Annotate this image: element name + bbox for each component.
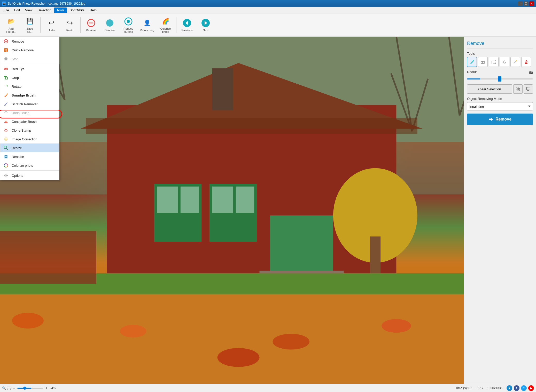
tools-dropdown-menu: Remove Q Quick Remove Stop Red Eye: [0, 37, 59, 180]
toolbar-previous[interactable]: Previous: [178, 15, 196, 35]
svg-rect-93: [517, 88, 520, 91]
svg-point-49: [4, 57, 7, 60]
clear-selection-button[interactable]: Clear Selection: [467, 84, 512, 94]
tool-eraser[interactable]: [478, 57, 488, 67]
menu-item-red-eye[interactable]: Red Eye: [0, 65, 59, 73]
toolbar-reduce-blurring-label: Reduceblurring: [123, 27, 133, 33]
tool-rect-select[interactable]: [489, 57, 499, 67]
right-panel: Remove Tools: [464, 37, 536, 384]
svg-point-51: [5, 68, 7, 70]
menu-item-stop: Stop: [0, 54, 59, 63]
toolbar-next[interactable]: Next: [197, 15, 215, 35]
toolbar-redo[interactable]: ↪ Redo: [61, 15, 79, 35]
object-removing-mode-section: Object Removing Mode Inpainting Smart Fi…: [467, 97, 533, 110]
menu-item-quick-remove[interactable]: Q Quick Remove: [0, 46, 59, 54]
menu-item-clone-stamp[interactable]: Clone Stamp: [0, 126, 59, 135]
close-button[interactable]: ✕: [529, 1, 534, 6]
toolbar-remove-label: Remove: [86, 29, 97, 32]
photo-canvas: [0, 37, 464, 384]
zoom-plus[interactable]: +: [44, 386, 49, 390]
object-removing-mode-dropdown[interactable]: Inpainting Smart Fill Content Aware: [467, 102, 533, 110]
toolbar-retouching[interactable]: 👤 Retouching: [138, 15, 156, 35]
concealer-brush-icon: [3, 119, 9, 124]
menu-item-options[interactable]: Options: [0, 171, 59, 180]
info-icon[interactable]: ℹ: [507, 385, 512, 391]
tools-row: [467, 57, 533, 67]
toolbar-add-files-label: AddFile(s)...: [6, 27, 16, 33]
toolbar-save-as-label: Saveas...: [26, 27, 33, 33]
youtube-icon[interactable]: ▶: [528, 385, 534, 391]
svg-point-63: [5, 139, 6, 140]
svg-point-4: [127, 20, 130, 23]
svg-rect-30: [236, 187, 254, 213]
radius-slider[interactable]: [467, 78, 533, 79]
image-correction-icon: [3, 137, 9, 142]
menu-edit[interactable]: Edit: [12, 7, 22, 13]
menu-undo-brush-label: Undo Brush: [12, 111, 29, 115]
menu-softorbits[interactable]: SoftOrbits: [67, 7, 87, 13]
maximize-button[interactable]: ❐: [524, 1, 528, 6]
toolbar-undo[interactable]: ↩ Undo: [42, 15, 60, 35]
toolbar-previous-label: Previous: [182, 29, 193, 32]
menu-item-scratch-remover[interactable]: Scratch Remover: [0, 100, 59, 108]
stop-icon: [3, 56, 9, 61]
zoom-percent: 54%: [50, 386, 56, 390]
remove-button-label: Remove: [495, 117, 511, 122]
toolbar-sep-2: [80, 17, 81, 33]
tool-stamp[interactable]: [521, 57, 531, 67]
menu-tools[interactable]: Tools: [54, 7, 67, 13]
radius-label: Radius: [467, 70, 477, 74]
svg-rect-39: [0, 231, 96, 284]
menu-item-concealer-brush[interactable]: Concealer Brush: [0, 117, 59, 126]
menu-file[interactable]: File: [1, 7, 12, 13]
svg-rect-54: [5, 77, 7, 79]
menu-item-smudge-brush[interactable]: Smudge Brush: [0, 91, 59, 100]
tool-wand[interactable]: [510, 57, 520, 67]
tool-brush[interactable]: [467, 57, 477, 67]
twitter-icon[interactable]: t: [521, 385, 527, 391]
toolbar-sep-1: [40, 17, 41, 33]
menu-item-rotate[interactable]: Rotate: [0, 82, 59, 91]
view-icon: ⬚: [7, 386, 11, 390]
next-icon: [201, 18, 210, 28]
menu-options-label: Options: [12, 174, 23, 178]
menu-help[interactable]: Help: [87, 7, 99, 13]
selection-icon-btn-2[interactable]: [524, 84, 533, 94]
menu-item-crop[interactable]: Crop: [0, 73, 59, 82]
facebook-icon[interactable]: f: [514, 385, 519, 391]
app-icon: 📷: [2, 2, 6, 6]
clone-stamp-icon: [3, 128, 9, 133]
menu-item-colorize-photo[interactable]: Colorize photo: [0, 161, 59, 170]
selection-icon-btn-1[interactable]: [513, 84, 523, 94]
toolbar-save-as[interactable]: 💾 Saveas...: [21, 15, 39, 35]
svg-rect-91: [525, 63, 527, 64]
toolbar-next-label: Next: [203, 29, 209, 32]
zoom-minus[interactable]: –: [12, 386, 16, 390]
tool-lasso[interactable]: [500, 57, 509, 67]
toolbar-reduce-blurring[interactable]: Reduceblurring: [119, 15, 137, 35]
format-label: JPG: [477, 386, 483, 390]
menu-view[interactable]: View: [22, 7, 35, 13]
menu-selection[interactable]: Selection: [35, 7, 54, 13]
svg-rect-23: [86, 118, 417, 134]
menu-scratch-remover-label: Scratch Remover: [12, 102, 37, 106]
remove-arrow-icon: ➡: [488, 116, 493, 122]
menu-item-denoise[interactable]: Denoise: [0, 152, 59, 161]
canvas-area[interactable]: Remove Q Quick Remove Stop Red Eye: [0, 37, 464, 384]
toolbar-colorize[interactable]: 🌈 Colorizephoto: [157, 15, 175, 35]
status-left: 🔍 ⬚ – + 54%: [2, 386, 451, 390]
minimize-button[interactable]: –: [518, 1, 523, 6]
panel-title: Remove: [467, 41, 533, 49]
toolbar-remove[interactable]: Remove: [82, 15, 100, 35]
zoom-slider[interactable]: [17, 388, 43, 389]
svg-point-60: [5, 129, 6, 130]
menu-item-resize[interactable]: Resize: [0, 143, 59, 152]
remove-button[interactable]: ➡ Remove: [467, 114, 533, 125]
denoise-icon: [105, 18, 114, 28]
svg-point-40: [12, 313, 44, 329]
toolbar-denoise[interactable]: Denoise: [101, 15, 119, 35]
svg-rect-80: [481, 61, 485, 63]
menu-item-remove[interactable]: Remove: [0, 37, 59, 46]
menu-item-image-correction[interactable]: Image Correction: [0, 135, 59, 143]
toolbar-add-files[interactable]: 📂 AddFile(s)...: [2, 15, 20, 35]
